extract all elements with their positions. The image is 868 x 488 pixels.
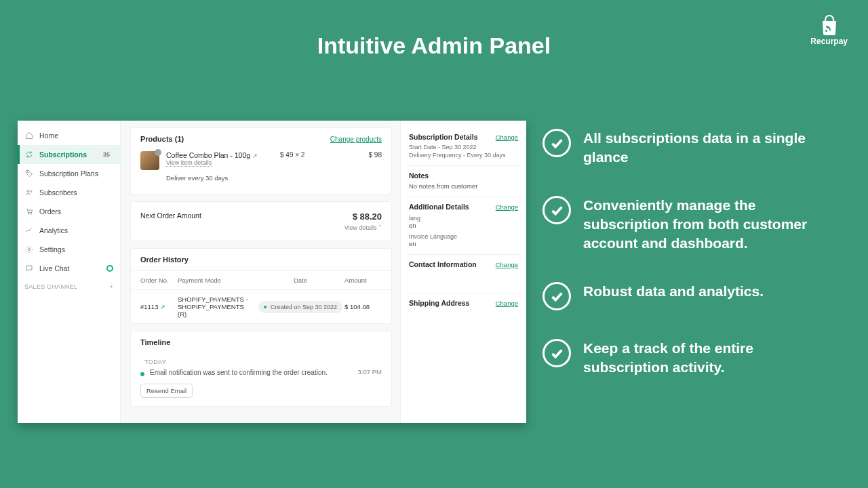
sidebar-item-label: Subscription Plans bbox=[39, 169, 98, 178]
external-link-icon[interactable]: ↗ bbox=[252, 152, 258, 159]
sidebar-item-label: Settings bbox=[39, 245, 65, 253]
notes-body: No notes from customer bbox=[409, 182, 518, 190]
chart-icon bbox=[24, 226, 34, 235]
delivery-frequency-text: Deliver every 30 days bbox=[166, 174, 273, 182]
subscription-details-section: Subscription Details Change Start Date -… bbox=[408, 127, 519, 166]
gear-icon bbox=[24, 245, 34, 254]
check-icon bbox=[542, 339, 571, 367]
lang-value: en bbox=[409, 222, 518, 229]
sidebar-item-home[interactable]: Home bbox=[18, 126, 120, 145]
svg-point-6 bbox=[28, 249, 31, 251]
products-card: Products (1) Change products Coffee Comb… bbox=[130, 127, 392, 195]
sidebar-item-label: Live Chat bbox=[39, 264, 69, 272]
feature-item: Conveniently manage the subscription fro… bbox=[542, 196, 837, 253]
change-contact-link[interactable]: Change bbox=[496, 261, 518, 268]
timeline-title: Timeline bbox=[131, 331, 391, 353]
main-content: Products (1) Change products Coffee Comb… bbox=[121, 121, 400, 423]
users-icon bbox=[24, 188, 34, 197]
sidebar-item-livechat[interactable]: Live Chat bbox=[18, 259, 120, 278]
product-total-price: $ 98 bbox=[348, 151, 382, 159]
change-shipping-link[interactable]: Change bbox=[496, 300, 518, 307]
cart-icon bbox=[24, 207, 34, 216]
invoice-lang-key: Invoice Language bbox=[409, 233, 518, 240]
change-subscription-link[interactable]: Change bbox=[496, 134, 518, 141]
brand-logo: Recurpay bbox=[810, 15, 848, 46]
shipping-address-title: Shipping Address bbox=[409, 299, 469, 307]
sidebar-section-label: SALES CHANNEL bbox=[24, 283, 77, 290]
check-icon bbox=[542, 196, 571, 224]
product-row: Coffee Combo Plan - 100g ↗ View item det… bbox=[140, 151, 382, 186]
svg-point-5 bbox=[31, 214, 32, 215]
product-title: Coffee Combo Plan - 100g bbox=[166, 151, 250, 159]
view-item-details-link[interactable]: View item details bbox=[166, 159, 212, 167]
chat-icon bbox=[24, 264, 34, 273]
th-payment-mode: Payment Mode bbox=[178, 277, 256, 284]
additional-details-title: Additional Details bbox=[409, 203, 469, 211]
add-channel-button[interactable]: + bbox=[109, 283, 113, 290]
subscription-details-title: Subscription Details bbox=[409, 133, 478, 141]
payment-mode-text: SHOPIFY_PAYMENTS - SHOPIFY_PAYMENTS (R) bbox=[178, 296, 256, 318]
feature-text: Robust data and analytics. bbox=[583, 282, 764, 301]
th-order-no: Order No. bbox=[140, 277, 178, 284]
check-icon bbox=[542, 282, 571, 310]
sidebar-item-plans[interactable]: Subscription Plans bbox=[18, 164, 120, 183]
tag-icon bbox=[24, 169, 34, 178]
feature-text: All subscriptions data in a single glanc… bbox=[583, 129, 837, 167]
refresh-icon bbox=[24, 150, 34, 159]
feature-text: Conveniently manage the subscription fro… bbox=[583, 196, 837, 253]
next-order-amount: $ 88.20 bbox=[344, 211, 382, 222]
th-amount: Amount bbox=[344, 277, 382, 284]
bag-icon bbox=[818, 15, 841, 35]
feature-item: All subscriptions data in a single glanc… bbox=[542, 129, 837, 167]
delivery-frequency-text: Delivery Frequency - Every 30 days bbox=[409, 152, 518, 159]
timeline-dot-icon bbox=[140, 372, 144, 376]
sidebar-item-label: Analytics bbox=[39, 226, 68, 235]
timeline-event-text: Email notification was sent to confirmin… bbox=[150, 368, 353, 378]
timeline-card: Timeline TODAY Email notification was se… bbox=[130, 331, 392, 407]
svg-point-4 bbox=[28, 214, 29, 215]
sidebar-badge: 35 bbox=[100, 150, 113, 159]
timeline-today-label: TODAY bbox=[144, 359, 382, 365]
table-row: #1113 ↗ SHOPIFY_PAYMENTS - SHOPIFY_PAYME… bbox=[131, 290, 391, 323]
contact-info-title: Contact Information bbox=[409, 260, 477, 268]
home-icon bbox=[24, 131, 34, 140]
product-unit-price: $ 49 × 2 bbox=[280, 151, 341, 159]
status-dot bbox=[106, 265, 113, 272]
table-header-row: Order No. Payment Mode Date Amount bbox=[131, 270, 391, 290]
resend-email-button[interactable]: Resend Email bbox=[140, 384, 193, 398]
sidebar-item-analytics[interactable]: Analytics bbox=[18, 221, 120, 240]
svg-point-3 bbox=[30, 190, 31, 192]
start-date-text: Start Date - Sep 30 2022 bbox=[409, 144, 518, 150]
order-history-card: Order History Order No. Payment Mode Dat… bbox=[130, 248, 392, 324]
next-order-card: Next Order Amount $ 88.20 View details ˅ bbox=[130, 201, 392, 241]
sidebar-item-subscribers[interactable]: Subscribers bbox=[18, 183, 120, 202]
sidebar: Home Subscriptions 35 Subscription Plans… bbox=[18, 121, 121, 423]
contact-info-section: Contact Information Change bbox=[408, 255, 519, 293]
timeline-event-time: 3:07 PM bbox=[358, 368, 382, 375]
sidebar-item-label: Orders bbox=[39, 207, 61, 216]
sidebar-item-subscriptions[interactable]: Subscriptions 35 bbox=[18, 145, 120, 164]
change-additional-link[interactable]: Change bbox=[496, 203, 518, 211]
admin-panel: Home Subscriptions 35 Subscription Plans… bbox=[18, 121, 526, 423]
order-number: #1113 bbox=[140, 303, 158, 310]
hero-title: Intuitive Admin Panel bbox=[0, 33, 868, 59]
change-products-link[interactable]: Change products bbox=[330, 136, 382, 143]
th-date: Date bbox=[256, 277, 344, 284]
brand-name: Recurpay bbox=[810, 37, 848, 46]
sidebar-item-settings[interactable]: Settings bbox=[18, 240, 120, 259]
feature-item: Robust data and analytics. bbox=[542, 282, 837, 310]
notes-title: Notes bbox=[409, 171, 429, 180]
feature-list: All subscriptions data in a single glanc… bbox=[542, 129, 837, 405]
order-amount: $ 104.08 bbox=[344, 303, 382, 310]
order-history-title: Order History bbox=[140, 256, 189, 264]
sidebar-item-orders[interactable]: Orders bbox=[18, 202, 120, 221]
svg-point-1 bbox=[27, 171, 28, 173]
sidebar-item-label: Subscribers bbox=[39, 188, 77, 197]
view-details-toggle[interactable]: View details ˅ bbox=[344, 224, 382, 231]
external-link-icon[interactable]: ↗ bbox=[160, 304, 165, 310]
invoice-lang-value: en bbox=[409, 240, 518, 247]
next-order-label: Next Order Amount bbox=[140, 211, 201, 220]
date-chip: Created on Sep 30 2022 bbox=[258, 301, 342, 313]
svg-point-2 bbox=[27, 190, 29, 192]
feature-text: Keep a track of the entire subscription … bbox=[583, 339, 837, 378]
